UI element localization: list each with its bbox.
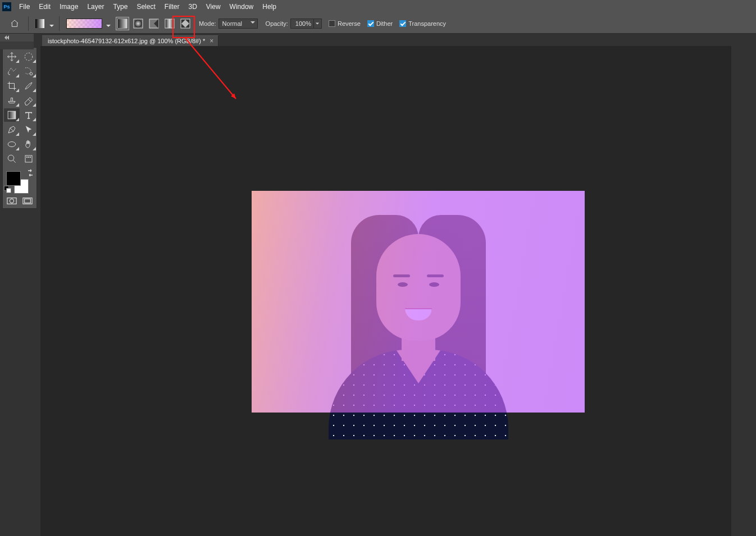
path-select-tool[interactable] xyxy=(21,123,37,136)
svg-point-4 xyxy=(134,20,142,28)
document-canvas[interactable] xyxy=(252,191,585,413)
svg-point-16 xyxy=(30,157,31,158)
app-icon: Ps xyxy=(2,2,11,11)
svg-point-12 xyxy=(8,155,14,161)
default-colors-icon[interactable] xyxy=(4,186,11,193)
dither-checkbox-label: Dither xyxy=(376,20,393,27)
reverse-checkbox-input[interactable] xyxy=(329,20,335,27)
gradient-type-linear[interactable] xyxy=(116,17,129,30)
menu-3d[interactable]: 3D xyxy=(184,0,201,13)
options-bar: Mode: Normal Opacity: 100% Reverse Dithe… xyxy=(0,13,756,34)
gradient-type-radial[interactable] xyxy=(131,17,145,30)
transparency-checkbox[interactable]: Transparency xyxy=(399,20,446,27)
gradient-type-group xyxy=(116,17,192,30)
reverse-checkbox-label: Reverse xyxy=(338,20,361,27)
menu-help[interactable]: Help xyxy=(258,0,281,13)
svg-point-14 xyxy=(26,157,28,158)
clone-stamp-tool[interactable] xyxy=(4,94,20,107)
move-tool[interactable] xyxy=(4,50,20,63)
eraser-tool[interactable] xyxy=(21,94,37,107)
marquee-tool[interactable] xyxy=(21,50,37,63)
screen-mode-row xyxy=(4,196,35,206)
swap-colors-icon[interactable] xyxy=(26,169,34,177)
opacity-dropdown-icon[interactable] xyxy=(314,19,322,29)
menu-bar: Ps File Edit Image Layer Type Select Fil… xyxy=(0,0,756,13)
lasso-tool[interactable] xyxy=(4,65,20,78)
right-panel-rail[interactable] xyxy=(732,46,756,536)
svg-rect-0 xyxy=(35,19,44,28)
dither-checkbox[interactable]: Dither xyxy=(367,20,393,27)
quick-mask-button[interactable] xyxy=(6,196,18,206)
menu-view[interactable]: View xyxy=(202,0,225,13)
edit-toolbar-button[interactable] xyxy=(21,152,37,166)
quick-select-tool[interactable] xyxy=(21,65,37,78)
collapsed-panel-group xyxy=(0,34,34,49)
menu-select[interactable]: Select xyxy=(132,0,160,13)
menu-layer[interactable]: Layer xyxy=(83,0,108,13)
gradient-picker-dropdown-icon[interactable] xyxy=(106,21,111,26)
color-swatches xyxy=(4,169,35,193)
svg-point-8 xyxy=(25,53,33,61)
svg-point-15 xyxy=(28,157,29,158)
screen-mode-button[interactable] xyxy=(21,196,34,206)
menu-window[interactable]: Window xyxy=(225,0,258,13)
menu-image[interactable]: Image xyxy=(55,0,83,13)
tools-panel xyxy=(2,47,37,209)
svg-rect-10 xyxy=(8,111,16,119)
dither-checkbox-input[interactable] xyxy=(367,20,374,27)
brush-tool[interactable] xyxy=(21,79,37,93)
menu-type[interactable]: Type xyxy=(108,0,132,13)
blend-mode-select[interactable]: Normal xyxy=(218,19,258,29)
menu-edit[interactable]: Edit xyxy=(34,0,55,13)
menu-filter[interactable]: Filter xyxy=(160,0,184,13)
transparency-checkbox-label: Transparency xyxy=(408,20,446,27)
svg-point-18 xyxy=(10,199,13,203)
home-button[interactable] xyxy=(6,16,24,31)
mode-label: Mode: xyxy=(199,20,216,27)
separator xyxy=(59,16,60,31)
gradient-overlay-2 xyxy=(252,191,585,413)
zoom-tool[interactable] xyxy=(4,152,20,166)
shape-tool[interactable] xyxy=(4,138,20,151)
gradient-tool-icon[interactable] xyxy=(33,17,47,30)
close-tab-icon[interactable]: × xyxy=(210,38,213,44)
opacity-input[interactable]: 100% xyxy=(290,19,314,29)
menu-file[interactable]: File xyxy=(15,0,34,13)
separator xyxy=(28,16,29,31)
collapse-panel-button[interactable] xyxy=(0,34,34,42)
crop-tool[interactable] xyxy=(4,79,20,93)
tool-preset-dropdown-icon[interactable] xyxy=(49,21,54,26)
gradient-type-diamond[interactable] xyxy=(179,17,192,30)
document-tab-title: istockphoto-465479132-612x612.jpg @ 100%… xyxy=(48,38,205,44)
gradient-type-angle[interactable] xyxy=(147,17,161,30)
document-tab-bar: istockphoto-465479132-612x612.jpg @ 100%… xyxy=(0,34,756,46)
gradient-tool[interactable] xyxy=(4,108,20,122)
opacity-label: Opacity: xyxy=(266,20,288,27)
hand-tool[interactable] xyxy=(21,138,37,151)
transparency-checkbox-input[interactable] xyxy=(399,20,406,27)
svg-point-11 xyxy=(8,142,16,147)
gradient-type-reflected[interactable] xyxy=(163,17,176,30)
svg-rect-2 xyxy=(118,19,127,28)
pen-tool[interactable] xyxy=(4,123,20,136)
gradient-preview[interactable] xyxy=(66,19,102,29)
canvas-area[interactable] xyxy=(40,46,731,536)
document-tab[interactable]: istockphoto-465479132-612x612.jpg @ 100%… xyxy=(42,35,218,46)
type-tool[interactable] xyxy=(21,108,37,122)
reverse-checkbox[interactable]: Reverse xyxy=(329,20,361,27)
collapsed-panel-tab[interactable] xyxy=(0,42,34,49)
svg-rect-20 xyxy=(25,199,31,203)
foreground-color-swatch[interactable] xyxy=(6,171,21,186)
svg-rect-6 xyxy=(165,19,174,28)
